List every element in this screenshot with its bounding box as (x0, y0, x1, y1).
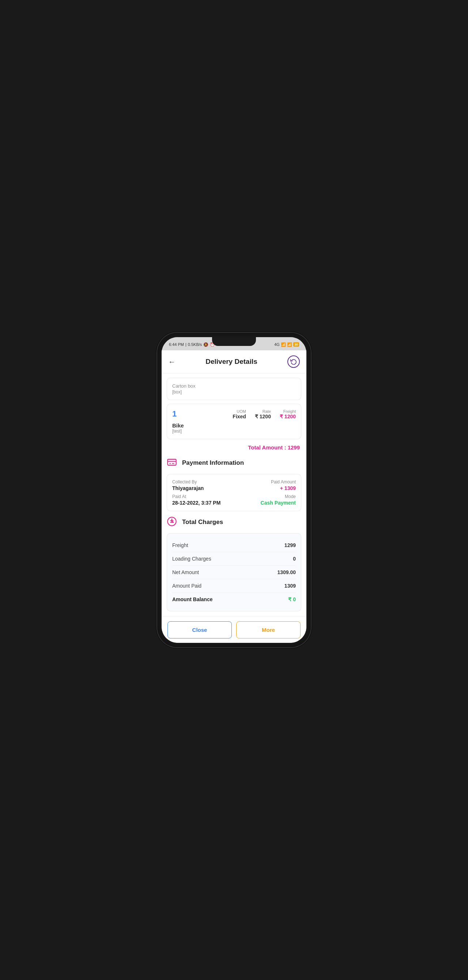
mode-value: Cash Payment (236, 500, 296, 506)
charge-value: 1299 (285, 542, 296, 548)
freight-label: Freight (283, 409, 296, 414)
charge-value: 1309 (285, 583, 296, 589)
freight-card: 1 UOM Fixed Rate ₹ 1200 Freight (167, 404, 301, 439)
battery-indicator: 38 (293, 342, 299, 347)
uom-col: UOM Fixed (232, 409, 246, 419)
carton-title: Carton box (172, 383, 296, 389)
paid-amount-label: Paid Amount (236, 479, 296, 485)
charges-section-title: Total Charges (182, 519, 223, 526)
collected-by-group: Collected By Thiyagarajan (172, 479, 232, 491)
status-left: 6:44 PM | 0.5KB/s 🔕 ⏰ (169, 342, 215, 347)
time-display: 6:44 PM (169, 342, 184, 347)
network-icons: 4G 📶 📶 (274, 342, 292, 347)
total-amount-label: Total Amount : (248, 444, 286, 450)
charge-row: Net Amount1309.00 (172, 566, 296, 579)
freight-number: 1 (172, 409, 177, 419)
mode-label: Mode (236, 494, 296, 499)
app-content: ← Delivery Details Carton box [box] (162, 350, 306, 643)
paid-amount-group: Paid Amount + 1309 (236, 479, 296, 491)
collected-by-value: Thiyagarajan (172, 485, 232, 491)
close-button[interactable]: Close (167, 621, 232, 638)
charge-label: Net Amount (172, 570, 199, 575)
collected-by-label: Collected By (172, 479, 232, 485)
phone-notch (212, 337, 256, 346)
charges-section-header: Total Charges (167, 515, 301, 530)
app-body: Carton box [box] 1 UOM Fixed Rate (162, 373, 306, 617)
carton-card: Carton box [box] (167, 378, 301, 400)
paid-amount-value: + 1309 (236, 485, 296, 491)
svg-rect-0 (167, 459, 176, 465)
paid-at-value: 28-12-2022, 3:37 PM (172, 500, 232, 506)
status-right: 4G 📶 📶 38 (274, 342, 299, 347)
freight-header: 1 UOM Fixed Rate ₹ 1200 Freight (172, 409, 296, 419)
data-speed-value: 0.5KB/s (188, 342, 202, 347)
total-amount-value: 1299 (288, 444, 300, 450)
more-button[interactable]: More (236, 621, 301, 638)
payment-icon (167, 457, 178, 469)
rate-value: ₹ 1200 (255, 414, 271, 419)
total-amount-row: Total Amount : 1299 (167, 443, 301, 452)
paid-at-group: Paid At 28-12-2022, 3:37 PM (172, 494, 232, 506)
charge-label: Amount Paid (172, 583, 201, 589)
bottom-buttons: Close More (162, 617, 306, 643)
mode-group: Mode Cash Payment (236, 494, 296, 506)
phone-screen: 6:44 PM | 0.5KB/s 🔕 ⏰ 4G 📶 📶 38 ← Delive… (162, 337, 306, 643)
item-name: Bike (172, 422, 296, 429)
item-sub: [test] (172, 429, 296, 434)
rate-label: Rate (263, 409, 271, 414)
rate-col: Rate ₹ 1200 (255, 409, 271, 419)
uom-label: UOM (237, 409, 246, 414)
app-header: ← Delivery Details (162, 350, 306, 373)
data-speed: | (185, 342, 186, 347)
payment-section-header: Payment Information (167, 456, 301, 470)
uom-value: Fixed (232, 414, 246, 419)
carton-subtitle: [box] (172, 390, 296, 395)
freight-value: ₹ 1200 (280, 414, 296, 419)
back-button[interactable]: ← (168, 358, 175, 366)
charge-label: Amount Balance (172, 597, 212, 602)
charge-label: Loading Charges (172, 556, 211, 562)
charge-row: Freight1299 (172, 539, 296, 552)
page-title: Delivery Details (205, 358, 257, 366)
charge-value: ₹ 0 (288, 597, 296, 602)
charge-value: 1309.00 (277, 570, 296, 575)
paid-at-label: Paid At (172, 494, 232, 499)
payment-grid: Collected By Thiyagarajan Paid Amount + … (172, 479, 296, 506)
charges-card: Freight1299Loading Charges0Net Amount130… (167, 533, 301, 611)
charge-label: Freight (172, 542, 188, 548)
charge-row: Amount Balance₹ 0 (172, 593, 296, 606)
history-button[interactable] (287, 355, 300, 368)
charges-icon (167, 516, 178, 528)
charge-row: Loading Charges0 (172, 552, 296, 566)
payment-card: Collected By Thiyagarajan Paid Amount + … (167, 474, 301, 511)
payment-section-title: Payment Information (182, 459, 244, 466)
freight-col: Freight ₹ 1200 (280, 409, 296, 419)
freight-cols: UOM Fixed Rate ₹ 1200 Freight ₹ 1200 (232, 409, 296, 419)
mute-icon: 🔕 (203, 342, 209, 347)
charge-row: Amount Paid1309 (172, 579, 296, 593)
phone-frame: 6:44 PM | 0.5KB/s 🔕 ⏰ 4G 📶 📶 38 ← Delive… (157, 333, 311, 647)
charge-value: 0 (293, 556, 296, 562)
